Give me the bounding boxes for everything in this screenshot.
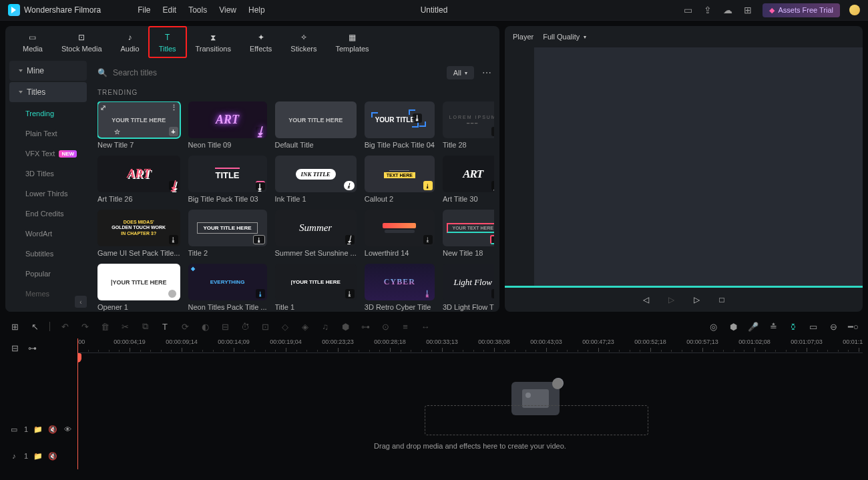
mask-icon[interactable]: ⬢ [340, 321, 351, 332]
collapse-sidebar-button[interactable]: ‹ [75, 296, 87, 308]
tab-templates[interactable]: ▦Templates [326, 26, 378, 58]
title-card[interactable]: YOUR TITLE HERE⭳Title 2 [188, 210, 267, 257]
menu-help[interactable]: Help [248, 5, 265, 15]
expand-icon[interactable]: ⤢ [100, 103, 106, 112]
speed-icon[interactable]: ⟳ [180, 321, 190, 332]
title-card[interactable]: YOUR TEXT HERE⭳New Title 18 [443, 210, 494, 257]
download-icon[interactable]: ⭳ [423, 289, 433, 298]
download-icon[interactable]: ⭳ [413, 113, 422, 123]
sidebar-item-vfx-text[interactable]: VFX TextNEW [5, 144, 91, 164]
tab-audio[interactable]: ♪Audio [112, 26, 149, 58]
redo-icon[interactable]: ↷ [79, 321, 90, 332]
mute-icon[interactable]: 🔇 [48, 425, 57, 434]
zoom-out-icon[interactable]: ⊖ [828, 321, 839, 332]
sidebar-item-plain-text[interactable]: Plain Text [5, 124, 91, 144]
tab-effects[interactable]: ✦Effects [240, 26, 281, 58]
zoom-slider[interactable]: ━○ [848, 321, 859, 332]
user-avatar[interactable] [849, 5, 860, 15]
search-input[interactable] [113, 68, 441, 77]
audio-track-header[interactable]: ♪1 📁 🔇 [5, 443, 77, 469]
timer-icon[interactable]: ⏱ [240, 321, 250, 332]
record-icon[interactable]: ⊙ [380, 321, 391, 332]
text-icon[interactable]: T [160, 321, 170, 332]
snap-icon[interactable]: ⧲ [788, 321, 799, 332]
marker-add-icon[interactable]: ⬢ [728, 321, 738, 332]
mic-icon[interactable]: 🎤 [748, 321, 758, 332]
download-icon[interactable]: ⭳ [423, 181, 433, 190]
title-card[interactable]: INK TITLE⭳Ink Title 1 [275, 156, 357, 203]
cut-icon[interactable]: ✂ [120, 321, 130, 332]
download-icon[interactable]: ⭳ [491, 289, 494, 298]
folder-icon[interactable]: 📁 [33, 425, 43, 434]
audio-icon[interactable]: ♫ [320, 321, 331, 332]
menu-file[interactable]: File [138, 5, 150, 15]
download-icon[interactable]: ⭳ [491, 127, 494, 136]
audio-mixer-icon[interactable]: ≛ [768, 321, 779, 332]
sidebar-item-lower-thirds[interactable]: Lower Thirds [5, 184, 91, 204]
crop-icon[interactable]: ⧉ [140, 321, 150, 332]
title-card[interactable]: ART⭳Art Title 26 [97, 156, 180, 203]
timeline-ruler[interactable]: 00:0000:00:04;1900:00:09;1400:00:14;0900… [77, 338, 863, 353]
link-track-icon[interactable]: ⊶ [27, 342, 37, 353]
folder-icon[interactable]: 📁 [33, 452, 43, 461]
color-icon[interactable]: ◐ [200, 321, 210, 332]
layout-icon[interactable]: ⊞ [9, 321, 20, 332]
download-icon[interactable]: ⭳ [169, 181, 178, 190]
title-card[interactable]: ART⭳Neon Title 09 [188, 101, 267, 149]
delete-icon[interactable]: 🗑 [99, 321, 110, 332]
title-card[interactable]: ART⭳Art Title 30 [443, 156, 494, 203]
download-icon[interactable]: ⭳ [491, 181, 494, 190]
download-icon[interactable]: ⭳ [256, 289, 265, 298]
download-icon[interactable]: ⭳ [169, 235, 178, 244]
download-icon[interactable]: ⭳ [344, 181, 355, 190]
track-icon[interactable]: ⊡ [260, 321, 270, 332]
title-card[interactable]: ⭳Lowerthird 14 [365, 210, 435, 257]
star-icon[interactable]: ☆ [112, 127, 122, 136]
menu-tools[interactable]: Tools [188, 5, 207, 15]
volume-icon[interactable]: ↔ [420, 321, 431, 332]
keyframe-icon[interactable]: ◈ [300, 321, 310, 332]
sidebar-titles[interactable]: Titles [9, 82, 87, 102]
tab-stickers[interactable]: ✧Stickers [281, 26, 326, 58]
view-icon[interactable]: ◎ [708, 321, 718, 332]
title-card[interactable]: YOUR TITLE⭳Big Title Pack Title 04 [365, 101, 435, 149]
adjust-icon[interactable]: ⊟ [220, 321, 230, 332]
sidebar-item-trending[interactable]: Trending [5, 103, 91, 124]
quality-dropdown[interactable]: Full Quality▾ [543, 33, 586, 41]
fit-icon[interactable]: ▭ [808, 321, 819, 332]
tab-titles[interactable]: TTitles [148, 26, 187, 58]
link-icon[interactable]: ⊶ [360, 321, 371, 332]
sidebar-item-popular[interactable]: Popular [5, 264, 91, 284]
drop-zone[interactable] [425, 405, 648, 435]
cloud-icon[interactable]: ☁ [722, 5, 733, 15]
menu-edit[interactable]: Edit [163, 5, 177, 15]
search-box[interactable]: 🔍 [97, 68, 441, 77]
add-media-icon[interactable]: + [553, 378, 564, 389]
download-icon[interactable]: ⭳ [345, 235, 355, 244]
title-card[interactable]: TITLE⭳Big Title Pack Title 03 [188, 156, 267, 203]
monitor-icon[interactable]: ▭ [682, 5, 693, 15]
trial-button[interactable]: ◆ Assets Free Trial [763, 3, 840, 17]
cursor-icon[interactable]: ↖ [29, 321, 40, 332]
menu-view[interactable]: View [219, 5, 236, 15]
title-card[interactable]: |YOUR TITLE HERE⭳Title 1 [275, 264, 357, 311]
more-button[interactable]: ⋯ [479, 67, 494, 78]
title-card[interactable]: |YOUR TITLE HEREOpener 1 [97, 264, 180, 311]
add-icon[interactable]: + [169, 127, 178, 136]
download-icon[interactable]: ⭳ [256, 127, 265, 136]
prev-frame-button[interactable]: ◁ [640, 294, 651, 305]
tab-stock-media[interactable]: ⊡Stock Media [52, 26, 112, 58]
filter-dropdown[interactable]: All▾ [447, 66, 474, 79]
undo-icon[interactable]: ↶ [59, 321, 70, 332]
download-icon[interactable]: ⭳ [256, 181, 265, 190]
timeline-canvas[interactable]: 00:0000:00:04;1900:00:09;1400:00:14;0900… [77, 338, 863, 469]
sidebar-item-end-credits[interactable]: End Credits [5, 204, 91, 224]
sidebar-mine[interactable]: Mine [9, 61, 87, 81]
download-icon[interactable]: ⭳ [253, 235, 265, 244]
mute-icon[interactable]: 🔇 [48, 452, 57, 461]
title-card[interactable]: DOES MIDAS'GOLDEN TOUCH WORKIN CHAPTER 3… [97, 210, 180, 257]
stop-button[interactable]: □ [716, 294, 727, 305]
export-icon[interactable]: ⇪ [702, 5, 713, 15]
title-card[interactable]: Summer⭳Summer Set Sunshine ... [275, 210, 357, 257]
title-card[interactable]: TEXT HERE⭳Callout 2 [365, 156, 435, 203]
